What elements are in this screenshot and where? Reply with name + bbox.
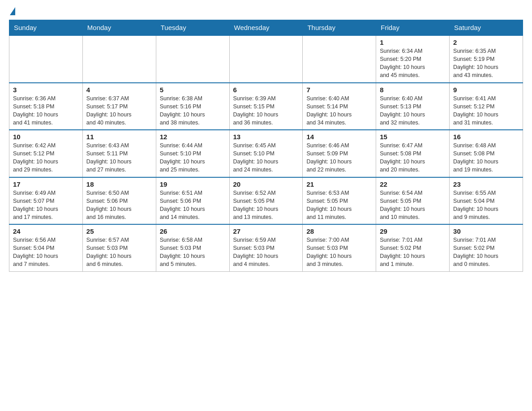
day-number: 27	[233, 227, 299, 235]
calendar-cell: 2Sunrise: 6:35 AM Sunset: 5:19 PM Daylig…	[450, 35, 523, 83]
day-info: Sunrise: 6:48 AM Sunset: 5:08 PM Dayligh…	[453, 141, 519, 174]
weekday-header-sunday: Sunday	[9, 20, 83, 36]
day-number: 6	[233, 86, 299, 94]
weekday-header-wednesday: Wednesday	[229, 20, 303, 36]
calendar-cell: 5Sunrise: 6:38 AM Sunset: 5:16 PM Daylig…	[156, 83, 229, 130]
day-number: 18	[86, 180, 152, 188]
day-number: 16	[453, 133, 519, 141]
day-info: Sunrise: 6:40 AM Sunset: 5:13 PM Dayligh…	[380, 94, 446, 127]
calendar-cell: 14Sunrise: 6:46 AM Sunset: 5:09 PM Dayli…	[303, 130, 376, 177]
day-number: 23	[453, 180, 519, 188]
day-info: Sunrise: 6:56 AM Sunset: 5:04 PM Dayligh…	[13, 236, 79, 269]
calendar-cell: 29Sunrise: 7:01 AM Sunset: 5:02 PM Dayli…	[376, 224, 450, 271]
calendar-cell: 1Sunrise: 6:34 AM Sunset: 5:20 PM Daylig…	[376, 35, 450, 83]
day-number: 29	[380, 227, 446, 235]
day-number: 12	[160, 133, 226, 141]
calendar-cell: 19Sunrise: 6:51 AM Sunset: 5:06 PM Dayli…	[156, 177, 229, 225]
calendar-cell: 26Sunrise: 6:58 AM Sunset: 5:03 PM Dayli…	[156, 224, 229, 271]
day-info: Sunrise: 6:59 AM Sunset: 5:03 PM Dayligh…	[233, 236, 299, 269]
weekday-header-monday: Monday	[82, 20, 156, 36]
weekday-header-friday: Friday	[376, 20, 450, 36]
calendar-cell: 25Sunrise: 6:57 AM Sunset: 5:03 PM Dayli…	[82, 224, 156, 271]
calendar-table: SundayMondayTuesdayWednesdayThursdayFrid…	[9, 20, 523, 272]
calendar-cell: 17Sunrise: 6:49 AM Sunset: 5:07 PM Dayli…	[9, 177, 83, 225]
day-number: 17	[13, 180, 79, 188]
calendar-cell: 21Sunrise: 6:53 AM Sunset: 5:05 PM Dayli…	[303, 177, 376, 225]
day-info: Sunrise: 6:40 AM Sunset: 5:14 PM Dayligh…	[306, 94, 372, 127]
day-number: 3	[13, 86, 79, 94]
day-number: 22	[380, 180, 446, 188]
calendar-cell: 4Sunrise: 6:37 AM Sunset: 5:17 PM Daylig…	[82, 83, 156, 130]
calendar-week-row: 3Sunrise: 6:36 AM Sunset: 5:18 PM Daylig…	[9, 83, 523, 130]
calendar-week-row: 10Sunrise: 6:42 AM Sunset: 5:12 PM Dayli…	[9, 130, 523, 177]
day-info: Sunrise: 6:45 AM Sunset: 5:10 PM Dayligh…	[233, 141, 299, 174]
day-number: 14	[306, 133, 372, 141]
day-info: Sunrise: 6:49 AM Sunset: 5:07 PM Dayligh…	[13, 189, 79, 222]
day-number: 8	[380, 86, 446, 94]
calendar-cell: 9Sunrise: 6:41 AM Sunset: 5:12 PM Daylig…	[450, 83, 523, 130]
calendar-cell	[229, 35, 303, 83]
calendar-cell: 20Sunrise: 6:52 AM Sunset: 5:05 PM Dayli…	[229, 177, 303, 225]
page-header	[9, 9, 523, 15]
calendar-cell: 16Sunrise: 6:48 AM Sunset: 5:08 PM Dayli…	[450, 130, 523, 177]
day-info: Sunrise: 6:55 AM Sunset: 5:04 PM Dayligh…	[453, 189, 519, 222]
day-info: Sunrise: 6:44 AM Sunset: 5:10 PM Dayligh…	[160, 141, 226, 174]
day-info: Sunrise: 6:47 AM Sunset: 5:08 PM Dayligh…	[380, 141, 446, 174]
calendar-cell: 8Sunrise: 6:40 AM Sunset: 5:13 PM Daylig…	[376, 83, 450, 130]
day-number: 4	[86, 86, 152, 94]
calendar-cell: 11Sunrise: 6:43 AM Sunset: 5:11 PM Dayli…	[82, 130, 156, 177]
day-number: 25	[86, 227, 152, 235]
calendar-cell	[9, 35, 83, 83]
day-info: Sunrise: 6:37 AM Sunset: 5:17 PM Dayligh…	[86, 94, 152, 127]
day-info: Sunrise: 6:43 AM Sunset: 5:11 PM Dayligh…	[86, 141, 152, 174]
day-number: 9	[453, 86, 519, 94]
calendar-cell: 15Sunrise: 6:47 AM Sunset: 5:08 PM Dayli…	[376, 130, 450, 177]
weekday-header-saturday: Saturday	[450, 20, 523, 36]
day-info: Sunrise: 6:35 AM Sunset: 5:19 PM Dayligh…	[453, 47, 519, 80]
day-number: 24	[13, 227, 79, 235]
day-number: 7	[306, 86, 372, 94]
day-info: Sunrise: 6:46 AM Sunset: 5:09 PM Dayligh…	[306, 141, 372, 174]
calendar-cell	[82, 35, 156, 83]
day-info: Sunrise: 6:36 AM Sunset: 5:18 PM Dayligh…	[13, 94, 79, 127]
day-info: Sunrise: 6:34 AM Sunset: 5:20 PM Dayligh…	[380, 47, 446, 80]
day-number: 21	[306, 180, 372, 188]
calendar-cell: 12Sunrise: 6:44 AM Sunset: 5:10 PM Dayli…	[156, 130, 229, 177]
day-info: Sunrise: 6:38 AM Sunset: 5:16 PM Dayligh…	[160, 94, 226, 127]
calendar-cell: 18Sunrise: 6:50 AM Sunset: 5:06 PM Dayli…	[82, 177, 156, 225]
day-info: Sunrise: 6:51 AM Sunset: 5:06 PM Dayligh…	[160, 189, 226, 222]
calendar-cell: 28Sunrise: 7:00 AM Sunset: 5:03 PM Dayli…	[303, 224, 376, 271]
weekday-header-thursday: Thursday	[303, 20, 376, 36]
day-number: 5	[160, 86, 226, 94]
day-number: 10	[13, 133, 79, 141]
calendar-week-row: 24Sunrise: 6:56 AM Sunset: 5:04 PM Dayli…	[9, 224, 523, 271]
calendar-cell: 7Sunrise: 6:40 AM Sunset: 5:14 PM Daylig…	[303, 83, 376, 130]
day-number: 2	[453, 39, 519, 46]
calendar-cell	[303, 35, 376, 83]
day-number: 20	[233, 180, 299, 188]
day-info: Sunrise: 6:58 AM Sunset: 5:03 PM Dayligh…	[160, 236, 226, 269]
day-info: Sunrise: 6:57 AM Sunset: 5:03 PM Dayligh…	[86, 236, 152, 269]
day-info: Sunrise: 6:41 AM Sunset: 5:12 PM Dayligh…	[453, 94, 519, 127]
calendar-cell: 6Sunrise: 6:39 AM Sunset: 5:15 PM Daylig…	[229, 83, 303, 130]
day-info: Sunrise: 6:50 AM Sunset: 5:06 PM Dayligh…	[86, 189, 152, 222]
day-info: Sunrise: 6:39 AM Sunset: 5:15 PM Dayligh…	[233, 94, 299, 127]
day-number: 1	[380, 39, 446, 46]
logo-triangle-icon	[10, 7, 15, 15]
day-info: Sunrise: 6:52 AM Sunset: 5:05 PM Dayligh…	[233, 189, 299, 222]
calendar-cell: 13Sunrise: 6:45 AM Sunset: 5:10 PM Dayli…	[229, 130, 303, 177]
day-info: Sunrise: 6:42 AM Sunset: 5:12 PM Dayligh…	[13, 141, 79, 174]
calendar-cell: 27Sunrise: 6:59 AM Sunset: 5:03 PM Dayli…	[229, 224, 303, 271]
calendar-cell	[156, 35, 229, 83]
day-info: Sunrise: 7:00 AM Sunset: 5:03 PM Dayligh…	[306, 236, 372, 269]
calendar-week-row: 17Sunrise: 6:49 AM Sunset: 5:07 PM Dayli…	[9, 177, 523, 225]
day-number: 13	[233, 133, 299, 141]
day-number: 15	[380, 133, 446, 141]
calendar-week-row: 1Sunrise: 6:34 AM Sunset: 5:20 PM Daylig…	[9, 35, 523, 83]
calendar-cell: 22Sunrise: 6:54 AM Sunset: 5:05 PM Dayli…	[376, 177, 450, 225]
day-number: 26	[160, 227, 226, 235]
day-info: Sunrise: 6:54 AM Sunset: 5:05 PM Dayligh…	[380, 189, 446, 222]
day-number: 11	[86, 133, 152, 141]
calendar-header-row: SundayMondayTuesdayWednesdayThursdayFrid…	[9, 20, 523, 36]
calendar-cell: 23Sunrise: 6:55 AM Sunset: 5:04 PM Dayli…	[450, 177, 523, 225]
